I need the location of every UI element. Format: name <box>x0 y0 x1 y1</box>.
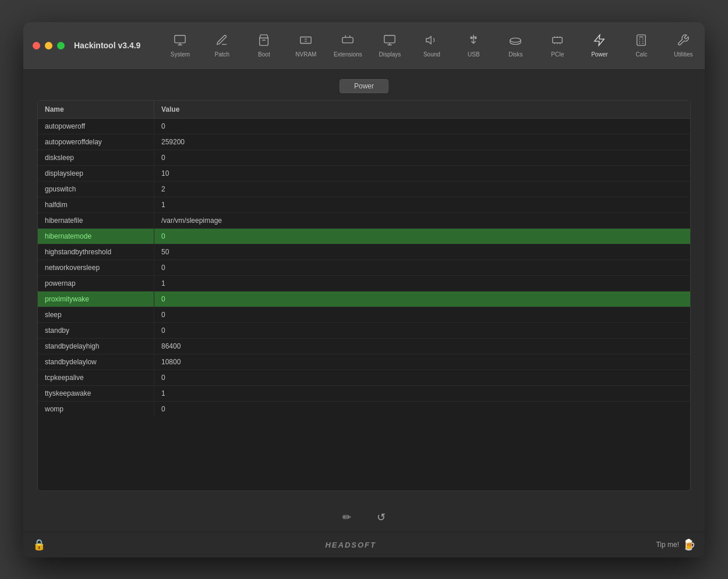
svg-rect-0 <box>175 35 185 42</box>
cell-value: 1 <box>154 386 690 401</box>
titlebar: Hackintool v3.4.9 SystemPatchBootNVRAMEx… <box>23 22 705 70</box>
cell-name: sleep <box>38 307 154 322</box>
table-row[interactable]: proximitywake0 <box>38 292 690 307</box>
system-icon <box>174 34 186 49</box>
nav-label-power: Power <box>591 51 607 58</box>
bottom-toolbar: ✏ ↺ <box>23 500 705 532</box>
maximize-button[interactable] <box>57 42 65 49</box>
refresh-button[interactable]: ↺ <box>371 507 391 527</box>
edit-button[interactable]: ✏ <box>337 507 357 527</box>
cell-name: womp <box>38 402 154 417</box>
nav-label-disks: Disks <box>508 51 522 58</box>
table-row[interactable]: autopoweroffdelay259200 <box>38 134 690 150</box>
col-value: Value <box>154 101 690 118</box>
table-body: autopoweroff0autopoweroffdelay259200disk… <box>38 119 690 417</box>
nav-item-logs[interactable]: Logs <box>704 27 705 64</box>
section-title: Power <box>340 79 388 93</box>
table-row[interactable]: standbydelaylow10800 <box>38 354 690 370</box>
nav-item-usb[interactable]: USB <box>453 27 494 64</box>
nav-item-sound[interactable]: Sound <box>411 27 453 64</box>
cell-name: proximitywake <box>38 292 154 307</box>
cell-name: disksleep <box>38 150 154 165</box>
brand-label: HEADSOFT <box>325 541 376 549</box>
table-row[interactable]: hibernatemode0 <box>38 229 690 244</box>
statusbar: 🔒 HEADSOFT Tip me! 🍺 <box>23 532 705 557</box>
displays-icon <box>383 34 396 49</box>
statusbar-center: HEADSOFT <box>45 541 656 549</box>
table-row[interactable]: autopoweroff0 <box>38 119 690 134</box>
nav-bar: SystemPatchBootNVRAMExtensionsDisplaysSo… <box>159 27 705 64</box>
nav-item-power[interactable]: Power <box>578 27 620 64</box>
cell-name: standby <box>38 323 154 338</box>
nav-item-utilities[interactable]: Utilities <box>662 27 704 64</box>
nav-item-nvram[interactable]: NVRAM <box>285 27 327 64</box>
cell-name: hibernatefile <box>38 213 154 228</box>
patch-icon <box>215 34 228 49</box>
nav-item-system[interactable]: System <box>159 27 201 64</box>
col-name: Name <box>38 101 154 118</box>
cell-value: 0 <box>154 119 690 134</box>
content-area: Power Name Value autopoweroff0autopowero… <box>23 70 705 500</box>
cell-value: 0 <box>154 260 690 275</box>
table-row[interactable]: hibernatefile/var/vm/sleepimage <box>38 213 690 229</box>
table-row[interactable]: tcpkeepalive0 <box>38 370 690 386</box>
table-header: Name Value <box>38 101 690 119</box>
cell-value: 10 <box>154 166 690 181</box>
nav-label-sound: Sound <box>423 51 440 58</box>
cell-name: autopoweroffdelay <box>38 134 154 150</box>
table-row[interactable]: powernap1 <box>38 276 690 292</box>
svg-marker-3 <box>426 36 431 44</box>
nav-item-disks[interactable]: Disks <box>494 27 536 64</box>
nav-label-system: System <box>171 51 190 58</box>
cell-value: 0 <box>154 307 690 322</box>
cell-value: 0 <box>154 229 690 244</box>
nav-label-nvram: NVRAM <box>295 51 316 58</box>
nav-item-pcie[interactable]: PCIe <box>536 27 578 64</box>
nav-item-boot[interactable]: Boot <box>243 27 285 64</box>
tip-label: Tip me! <box>656 541 679 549</box>
table-row[interactable]: highstandbythreshold50 <box>38 244 690 260</box>
close-button[interactable] <box>33 42 40 49</box>
statusbar-left: 🔒 <box>33 538 45 551</box>
cell-name: tcpkeepalive <box>38 370 154 385</box>
table-row[interactable]: displaysleep10 <box>38 166 690 182</box>
nav-item-patch[interactable]: Patch <box>201 27 243 64</box>
cell-value: /var/vm/sleepimage <box>154 213 690 228</box>
table-row[interactable]: standbydelayhigh86400 <box>38 339 690 354</box>
cell-value: 1 <box>154 197 690 212</box>
disks-icon <box>509 34 522 49</box>
table-row[interactable]: sleep0 <box>38 307 690 323</box>
nav-item-displays[interactable]: Displays <box>369 27 411 64</box>
power-icon <box>593 34 606 49</box>
calc-icon <box>635 34 648 49</box>
cell-value: 0 <box>154 323 690 338</box>
svg-point-4 <box>510 38 521 42</box>
svg-rect-5 <box>553 37 563 42</box>
cell-name: standbydelayhigh <box>38 339 154 354</box>
nav-item-calc[interactable]: Calc <box>620 27 662 64</box>
power-table-container: Name Value autopoweroff0autopoweroffdela… <box>37 100 691 491</box>
table-row[interactable]: ttyskeepawake1 <box>38 386 690 402</box>
extensions-icon <box>341 34 354 49</box>
cell-value: 10800 <box>154 354 690 370</box>
cell-value: 1 <box>154 276 690 291</box>
utilities-icon <box>677 34 690 49</box>
table-row[interactable]: disksleep0 <box>38 150 690 166</box>
nav-label-extensions: Extensions <box>334 51 362 58</box>
minimize-button[interactable] <box>45 42 52 49</box>
table-row[interactable]: halfdim1 <box>38 197 690 213</box>
table-row[interactable]: womp0 <box>38 402 690 417</box>
boot-icon <box>257 34 270 49</box>
table-row[interactable]: gpuswitch2 <box>38 182 690 197</box>
table-row[interactable]: standby0 <box>38 323 690 339</box>
nav-item-extensions[interactable]: Extensions <box>327 27 369 64</box>
cell-name: autopoweroff <box>38 119 154 134</box>
cell-name: ttyskeepawake <box>38 386 154 401</box>
svg-rect-6 <box>637 34 646 45</box>
cell-value: 0 <box>154 370 690 385</box>
cell-value: 0 <box>154 150 690 165</box>
table-row[interactable]: networkoversleep0 <box>38 260 690 276</box>
pcie-icon <box>551 34 564 49</box>
section-title-bar: Power <box>37 79 691 93</box>
app-title: Hackintool v3.4.9 <box>74 41 140 50</box>
